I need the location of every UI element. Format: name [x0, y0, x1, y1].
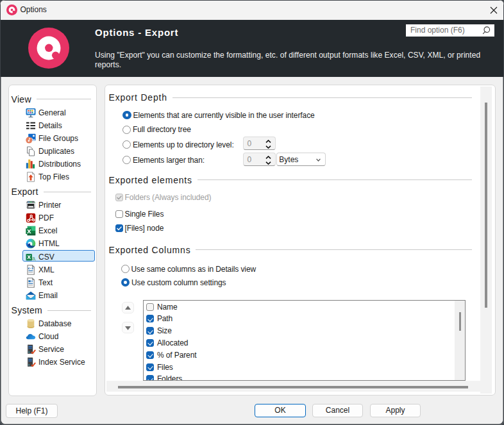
svg-text:a,: a,	[32, 254, 36, 261]
